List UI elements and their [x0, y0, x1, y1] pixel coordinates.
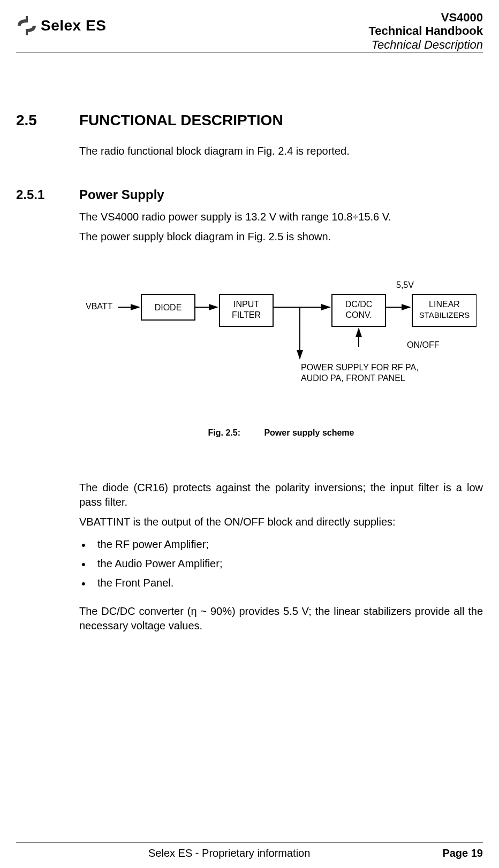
diagram-vbatt-label: VBATT: [86, 302, 113, 311]
block-diagram: VBATT DIODE INPUT FILTER POW: [79, 278, 483, 396]
section-number: 2.5: [16, 112, 58, 164]
page-header: Selex ES VS4000 Technical Handbook Techn…: [16, 11, 483, 51]
header-titles: VS4000 Technical Handbook Technical Desc…: [368, 11, 483, 51]
page-footer: Selex ES - Proprietary information Page …: [16, 842, 483, 859]
diagram-diode-label: DIODE: [155, 303, 182, 312]
subsection-p1: The VS4000 radio power supply is 13.2 V …: [79, 210, 483, 224]
footer-rule: [16, 842, 483, 843]
footer-page: Page 19: [442, 847, 483, 859]
body-text-block: The diode (CR16) protects against the po…: [79, 481, 483, 633]
page: Selex ES VS4000 Technical Handbook Techn…: [0, 0, 499, 868]
diagram-stab-l1: LINEAR: [429, 300, 460, 309]
doc-title: Technical Handbook: [368, 24, 483, 37]
section-title: FUNCTIONAL DESCRIPTION: [79, 112, 483, 129]
list-item: the RF power Amplifier;: [79, 535, 483, 554]
subsection-p2: The power supply block diagram in Fig. 2…: [79, 230, 483, 244]
body-p2: VBATTINT is the output of the ON/OFF blo…: [79, 515, 483, 529]
bullet-list: the RF power Amplifier; the Audio Power …: [79, 535, 483, 592]
subsection-heading-row: 2.5.1 Power Supply The VS4000 radio powe…: [16, 187, 483, 249]
figure-area: VBATT DIODE INPUT FILTER POW: [79, 278, 483, 438]
list-item: the Audio Power Amplifier;: [79, 554, 483, 573]
figure-caption-text: Power supply scheme: [264, 428, 354, 437]
diagram-55v-label: 5,5V: [396, 280, 414, 290]
logo: Selex ES: [16, 15, 106, 36]
figure-label: Fig. 2.5:: [208, 428, 240, 437]
section-intro: The radio functional block diagram in Fi…: [79, 144, 483, 158]
subsection-title: Power Supply: [79, 187, 483, 202]
diagram-onoff-label: ON/OFF: [407, 340, 440, 349]
footer-center: Selex ES - Proprietary information: [148, 847, 310, 859]
svg-rect-0: [26, 16, 28, 22]
diagram-inputfilter-l2: FILTER: [232, 310, 261, 319]
diagram-ps-l1: POWER SUPPLY FOR RF PA,: [301, 363, 419, 372]
logo-text: Selex ES: [41, 17, 106, 34]
diagram-ps-l2: AUDIO PA, FRONT PANEL: [301, 374, 405, 383]
list-item: the Front Panel.: [79, 573, 483, 592]
subsection-number: 2.5.1: [16, 187, 58, 249]
diagram-dcdc-l2: CONV.: [345, 310, 372, 319]
figure-caption: Fig. 2.5: Power supply scheme: [79, 428, 483, 438]
diagram-inputfilter-l1: INPUT: [233, 300, 259, 309]
logo-icon: [16, 15, 37, 36]
diagram-dcdc-l1: DC/DC: [345, 300, 373, 309]
page-body: 2.5 FUNCTIONAL DESCRIPTION The radio fun…: [16, 53, 483, 842]
body-p3: The DC/DC converter (η ~ 90%) provides 5…: [79, 604, 483, 633]
diagram-stab-l2: STABILIZERS: [419, 310, 470, 319]
body-p1: The diode (CR16) protects against the po…: [79, 481, 483, 509]
doc-product: VS4000: [368, 11, 483, 24]
doc-subtitle: Technical Description: [368, 38, 483, 51]
section-heading-row: 2.5 FUNCTIONAL DESCRIPTION The radio fun…: [16, 112, 483, 164]
svg-rect-1: [26, 29, 28, 35]
